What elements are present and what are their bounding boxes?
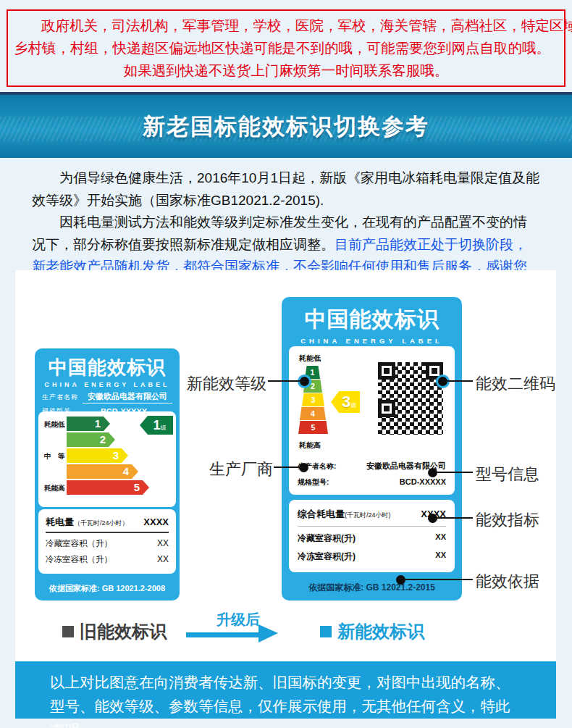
energy-bar-4-number: 4 [123,465,129,477]
pyramid-level-3: 3 [302,393,324,406]
annotation-index: 能效指标 [476,509,539,531]
new-label-standard: 依据国家标准: GB 12021.2-2015 [282,582,462,594]
old-power-value: XXXX [143,516,169,527]
annotation-new-grade: 新能效等级 [180,373,266,395]
old-freezer-row: 冷冻室容积（升） XX [46,554,169,565]
intro-paragraph-1: 为倡导绿色健康生活，2016年10月1日起，新版《家用电冰箱耗电量限定值及能效等… [32,167,540,212]
old-freezer-value: XX [157,554,169,565]
old-fridge-row: 冷藏室容积（升） XX [46,538,169,549]
new-freezer-value: XX [435,551,446,563]
disclaimer-text: 以上对比图意在向消费者传达新、旧国标的变更，对图中出现的名称、型号、能效等级、参… [50,670,520,728]
old-producer-label: 生产者名称 [42,393,78,403]
callout-line [436,517,473,519]
caption-square-icon [62,626,74,637]
old-power-unit: （千瓦时/24小时） [74,519,129,527]
new-model-label: 规格型号: [298,477,329,488]
callout-line [268,380,304,382]
new-model-row: 规格型号: BCD-XXXXX [298,477,446,488]
label-comparison-card: 中国能效标识 CHINA ENERGY LABEL 生产者名称 安徽欧品电器有限… [15,270,556,661]
new-scale-high: 耗能高 [299,440,321,451]
upgrade-arrow-head-icon [258,624,278,643]
energy-bar-3-number: 3 [113,449,119,461]
energy-bar-5-number: 5 [134,481,140,493]
old-label-grade-box: 耗能低 中 等 耗能高 1 2 3 4 5 1 级 [38,411,176,507]
energy-bar-1: 1 [67,417,110,431]
pyramid-level-4: 4 [300,407,326,420]
old-label-title: 中国能效标识 [35,355,180,380]
annotation-qr: 能效二维码 [476,373,555,395]
divider [46,532,169,533]
product-detail-section: 政府机关，司法机构，军事管理，学校，医院，军校，海关管辖，高档社区，特定区域， … [0,0,572,728]
delivery-notice-box: 政府机关，司法机构，军事管理，学校，医院，军校，海关管辖，高档社区，特定区域， … [7,9,565,87]
old-grade-badge-unit: 级 [161,424,167,432]
new-grade-badge: 3 级 [331,391,360,413]
new-model-value: BCD-XXXXX [400,477,446,486]
pyramid-level-5: 5 [298,421,328,434]
old-energy-label: 中国能效标识 CHINA ENERGY LABEL 生产者名称 安徽欧品电器有限… [35,348,180,601]
annotation-basis: 能效依据 [476,571,539,593]
new-power-unit: (千瓦时/24小时) [345,511,391,519]
new-grade-badge-number: 3 [342,393,350,411]
qr-finder-pattern [378,400,395,417]
old-grade-badge-number: 1 [153,418,160,433]
new-fridge-value: XX [435,532,446,545]
section-banner: 新老国标能效标识切换参考 [0,92,572,158]
new-label-caption: 新能效标识 [320,620,424,643]
divider [298,526,446,527]
old-label-spec-box: 耗电量（千瓦时/24小时） XXXX 冷藏室容积（升） XX 冷冻室容积（升） … [38,509,176,574]
energy-bar-5: 5 [67,480,149,495]
notice-line-2: 乡村镇，村组，快递超区偏远地区快递可能是不到的哦，可能需要您到网点自取的哦。 [8,37,564,59]
new-label-caption-text: 新能效标识 [337,622,424,641]
new-producer-row: 生产者名称: 安徽欧品电器有限公司 [298,461,446,472]
old-scale-low: 耗能低 [44,420,69,430]
new-fridge-row: 冷藏室容积(升) XX [298,532,446,545]
old-fridge-label: 冷藏室容积（升） [46,538,112,549]
energy-bar-4: 4 [67,464,138,479]
new-freezer-label: 冷冻室容积(升) [298,551,356,563]
callout-line [446,380,473,382]
old-power-row: 耗电量（千瓦时/24小时） XXXX [46,515,169,529]
callout-line [274,466,303,468]
qr-finder-pattern [378,362,395,380]
old-label-subtitle: CHINA ENERGY LABEL [35,381,180,388]
notice-line-1: 政府机关，司法机构，军事管理，学校，医院，军校，海关管辖，高档社区，特定区域， [8,14,564,37]
old-producer-value: 安徽欧品电器有限公司 [83,391,172,403]
energy-bar-2-number: 2 [100,433,106,445]
old-grade-badge: 1 级 [140,416,173,435]
old-label-caption: 旧能效标识 [62,620,167,643]
new-grade-badge-unit: 级 [350,401,356,409]
old-label-producer-row: 生产者名称 安徽欧品电器有限公司 [42,391,172,403]
new-energy-label: 中国能效标识 CHINA ENERGY LABEL 耗能低 耗能高 1 2 3 … [282,297,462,601]
notice-line-3: 如果遇到快递不送货上门麻烦第一时间联系客服哦。 [8,59,564,82]
callout-line [404,579,473,580]
callout-line [436,472,473,473]
new-label-spec-box: 综合耗电量(千瓦时/24小时) XXXX 冷藏室容积(升) XX 冷冻室容积(升… [289,500,455,572]
old-scale-mid: 中 等 [44,452,69,461]
qr-code [378,362,443,435]
annotation-model: 型号信息 [476,464,539,485]
section-title: 新老国标能效标识切换参考 [143,112,429,142]
energy-bar-3: 3 [67,448,128,463]
new-power-row: 综合耗电量(千瓦时/24小时) XXXX [298,507,446,521]
caption-square-icon [320,626,332,637]
old-power-label: 耗电量 [46,516,74,527]
annotation-producer: 生产厂商 [208,459,273,480]
old-freezer-label: 冷冻室容积（升） [46,554,112,565]
new-fridge-label: 冷藏室容积(升) [298,532,356,545]
new-power-label: 综合耗电量 [298,509,345,519]
disclaimer-box: 以上对比图意在向消费者传达新、旧国标的变更，对图中出现的名称、型号、能效等级、参… [15,661,556,719]
new-scale-low: 耗能低 [299,353,321,364]
new-label-subtitle: CHINA ENERGY LABEL [282,337,462,345]
old-label-caption-text: 旧能效标识 [80,622,167,641]
new-label-title: 中国能效标识 [282,305,462,335]
old-label-standard: 依据国家标准: GB 12021.2-2008 [35,583,180,594]
new-freezer-row: 冷冻室容积(升) XX [298,551,446,563]
energy-bar-2: 2 [67,432,115,447]
old-fridge-value: XX [157,538,169,549]
upgrade-arrow-bar [186,632,261,637]
old-scale-high: 耗能高 [44,484,69,493]
energy-bar-1-number: 1 [95,417,101,430]
